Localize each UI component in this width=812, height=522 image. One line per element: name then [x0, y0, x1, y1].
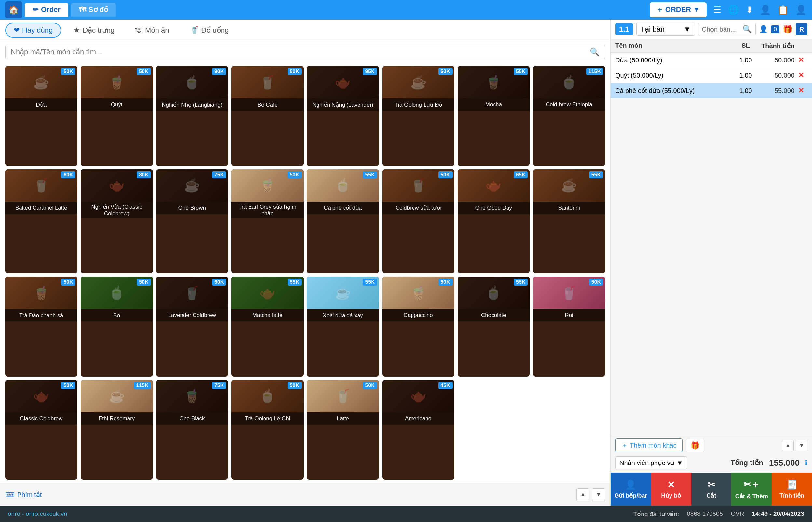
send-kitchen-button[interactable]: 👤 Gửi bếp/bar	[611, 473, 651, 506]
cat-tab-mon-an[interactable]: 🍽 Món ăn	[127, 23, 177, 38]
item-name: One Good Day	[458, 202, 530, 214]
item-card[interactable]: ☕ 55K Xoài dừa đá xay	[307, 277, 379, 377]
payment-label: Tính tiền	[779, 492, 804, 499]
order-plus-button[interactable]: ＋ ORDER ▼	[650, 2, 707, 17]
item-card[interactable]: ☕ 115K Ethi Rosemary	[81, 380, 153, 480]
item-price-badge: 65K	[514, 171, 528, 178]
table-search-input[interactable]	[702, 26, 742, 33]
item-card[interactable]: 🥤 50K Roi	[533, 277, 605, 377]
cat-tab-do-uong[interactable]: 🥤 Đồ uống	[181, 23, 237, 38]
item-price-badge: 55K	[288, 279, 302, 286]
item-card[interactable]: 🫖 50K Classic Coldbrew	[5, 380, 77, 480]
location-select[interactable]: Tại bàn ▼	[636, 23, 695, 36]
item-card[interactable]: ☕ 55K Santorini	[533, 169, 605, 274]
item-card[interactable]: 🍵 115K Cold brew Ethiopia	[533, 66, 605, 166]
status-right: Tổng đài tư vấn: 0868 170505 OVR 14:49 -…	[633, 510, 804, 518]
staff-placeholder: Nhân viên phục vụ	[619, 459, 674, 467]
delete-item-button[interactable]: ✕	[794, 56, 808, 64]
home-button[interactable]: 🏠	[5, 1, 22, 18]
delete-item-button[interactable]: ✕	[794, 86, 808, 95]
heart-icon: ❤	[14, 26, 20, 35]
item-price-badge: 50K	[137, 279, 151, 286]
item-card[interactable]: ☕ 50K Trà Oolong Lựu Đỏ	[382, 66, 455, 166]
cat-label-dac-trung: Đặc trưng	[83, 26, 115, 35]
scroll-order-up-button[interactable]: ▲	[782, 440, 794, 451]
payment-button[interactable]: 🧾 Tính tiền	[772, 473, 812, 506]
item-card[interactable]: 🍵 50K Trà Oolong Lệ Chi	[231, 380, 304, 480]
delete-item-button[interactable]: ✕	[794, 71, 808, 80]
order-row[interactable]: Quýt (50.000/Ly) 1,00 50.000 ✕	[611, 68, 812, 83]
scroll-up-button[interactable]: ▲	[577, 488, 589, 501]
cut-add-button[interactable]: ✂＋ Cắt & Thêm	[731, 473, 772, 506]
order-row[interactable]: Dừa (50.000/Ly) 1,00 50.000 ✕	[611, 53, 812, 68]
item-card[interactable]: 🍵 90K Nghiền Nhẹ (Langbiang)	[156, 66, 228, 166]
item-card[interactable]: 🥤 60K Lavender Coldbrew	[156, 277, 228, 377]
cat-tab-hay-dung[interactable]: ❤ Hay dùng	[5, 23, 61, 38]
item-card[interactable]: 🥤 50K Coldbrew sữa tươi	[382, 169, 455, 274]
item-card[interactable]: 🍵 55K Cà phê cốt dừa	[307, 169, 379, 274]
item-card[interactable]: 🍵 55K Chocolate	[458, 277, 530, 377]
item-price-badge: 50K	[288, 171, 302, 178]
cut-button[interactable]: ✂ Cắt	[691, 473, 732, 506]
item-name: Cappuccino	[382, 309, 455, 321]
tab-so-do[interactable]: 🗺 Sơ đồ	[71, 3, 116, 17]
item-name: Coldbrew sữa tươi	[382, 202, 455, 214]
search-icon[interactable]: 🔍	[590, 47, 600, 57]
plus-icon: ＋	[656, 5, 663, 15]
item-price-badge: 115K	[134, 382, 151, 389]
order-icon: ✏	[33, 5, 38, 14]
ovr-badge: OVR	[731, 510, 744, 518]
item-card[interactable]: ☕ 50K Dừa	[5, 66, 77, 166]
search-bar: 🔍	[5, 44, 605, 59]
item-card[interactable]: 🧋 50K Trà Earl Grey sữa hạnh nhân	[231, 169, 304, 274]
item-card[interactable]: 🫖 95K Nghiền Nặng (Lavender)	[307, 66, 379, 166]
item-card[interactable]: 🧋 75K One Black	[156, 380, 228, 480]
top-nav: 🏠 ✏ Order 🗺 Sơ đồ ＋ ORDER ▼ ☰ 🌐 ⬇ 👤 📋 👤	[0, 0, 812, 20]
info-icon[interactable]: ℹ	[805, 459, 808, 467]
item-card[interactable]: 🫖 55K Matcha latte	[231, 277, 304, 377]
item-card[interactable]: 🥤 50K Bơ Café	[231, 66, 304, 166]
order-item-sl: 1,00	[733, 87, 759, 95]
cat-label-do-uong: Đồ uống	[201, 26, 229, 35]
gift-order-button[interactable]: 🎁	[686, 439, 704, 453]
item-name: Latte	[307, 413, 379, 425]
search-input[interactable]	[11, 48, 590, 56]
cancel-button[interactable]: ✕ Hủy bỏ	[651, 473, 691, 506]
order-row[interactable]: Cà phê cốt dừa (55.000/Ly) 1,00 55.000 ✕	[611, 83, 812, 99]
item-card[interactable]: 🍵 50K Bơ	[81, 277, 153, 377]
add-item-button[interactable]: ＋ Thêm món khác	[615, 439, 682, 453]
order-item-name: Dừa (50.000/Ly)	[615, 56, 733, 64]
user-circle-icon[interactable]: 👤	[760, 4, 771, 15]
chevron-down-icon: ▼	[684, 25, 691, 34]
globe-icon[interactable]: 🌐	[728, 4, 739, 15]
download-icon[interactable]: ⬇	[746, 4, 753, 15]
scroll-buttons: ▲ ▼	[577, 488, 605, 501]
r-badge: R	[796, 23, 808, 35]
item-price-badge: 55K	[363, 171, 377, 178]
search-table-icon[interactable]: 🔍	[742, 25, 752, 34]
scroll-order-down-button[interactable]: ▼	[796, 440, 808, 451]
item-card[interactable]: 🧋 55K Mocha	[458, 66, 530, 166]
item-card[interactable]: 🧋 50K Trà Đào chanh sả	[5, 277, 77, 377]
item-card[interactable]: 🧋 50K Cappuccino	[382, 277, 455, 377]
cat-tab-dac-trung[interactable]: ★ Đặc trưng	[65, 23, 123, 38]
item-card[interactable]: 🧋 50K Quýt	[81, 66, 153, 166]
phim-tat-button[interactable]: ⌨ Phím tắt	[5, 491, 42, 499]
item-card[interactable]: 🥤 60K Salted Caramel Latte	[5, 169, 77, 274]
account-icon[interactable]: 👤	[795, 4, 807, 15]
item-price-badge: 50K	[61, 68, 75, 75]
gift-icon[interactable]: 🎁	[783, 25, 792, 34]
receipt-icon[interactable]: 📋	[777, 4, 789, 15]
item-card[interactable]: 🫖 65K One Good Day	[458, 169, 530, 274]
item-card[interactable]: 🥤 50K Latte	[307, 380, 379, 480]
item-card[interactable]: 🫖 80K Nghiền Vừa (Classic Coldbrew)	[81, 169, 153, 274]
staff-select[interactable]: Nhân viên phục vụ ▼	[615, 456, 687, 469]
scroll-down-button[interactable]: ▼	[592, 488, 605, 501]
menu-icon[interactable]: ☰	[713, 4, 721, 15]
food-icon: 🍽	[135, 26, 142, 35]
chevron-down-icon: ▼	[676, 459, 683, 467]
nav-right: ＋ ORDER ▼ ☰ 🌐 ⬇ 👤 📋 👤	[650, 2, 807, 17]
item-card[interactable]: 🫖 45K Americano	[382, 380, 455, 480]
tab-order[interactable]: ✏ Order	[25, 3, 68, 17]
item-card[interactable]: ☕ 75K One Brown	[156, 169, 228, 274]
